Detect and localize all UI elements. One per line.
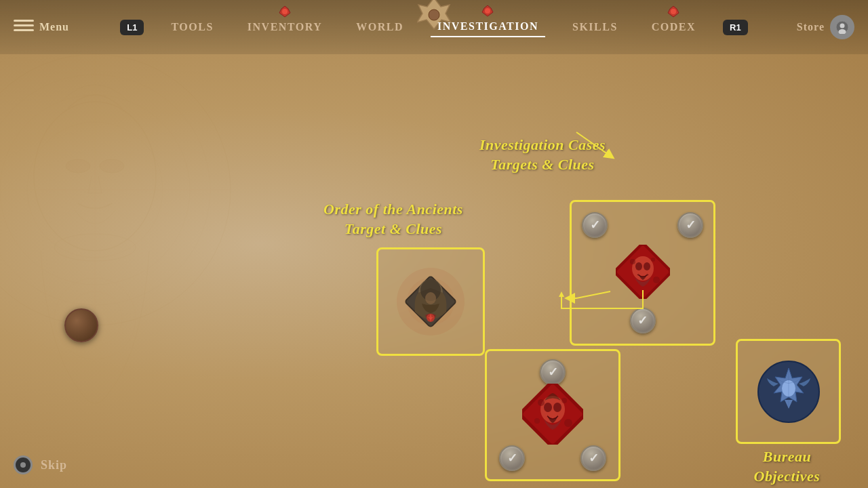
annotation-order: Order of the Ancients Target & Clues xyxy=(298,200,488,239)
svg-point-34 xyxy=(425,292,436,304)
skip-label[interactable]: Skip xyxy=(41,458,67,472)
nav-item-skills[interactable]: Skills xyxy=(566,18,625,37)
nav-item-inventory[interactable]: Inventory xyxy=(241,18,329,37)
investigation-badge-icon xyxy=(481,5,494,17)
nav-items: L1 Tools Inventory World Investigation S… xyxy=(120,17,747,37)
check-button-tl[interactable]: ✓ xyxy=(582,212,608,238)
svg-point-42 xyxy=(651,258,655,262)
nav-left-section: Menu xyxy=(14,20,69,35)
card-bottom[interactable]: ✓ ✓ ✓ xyxy=(485,349,620,481)
skip-area[interactable]: Skip xyxy=(14,455,67,474)
main-content: Investigation Cases Targets & Clues Orde… xyxy=(0,54,868,488)
skip-circle-icon xyxy=(14,455,33,474)
target-face-icon-2 xyxy=(522,384,583,445)
svg-point-25 xyxy=(671,9,676,14)
nav-item-tools[interactable]: Tools xyxy=(164,18,220,37)
svg-point-39 xyxy=(635,262,642,270)
card-investigation[interactable]: ✓ ✓ ✓ xyxy=(570,200,715,346)
svg-point-21 xyxy=(282,9,288,14)
card-ancient[interactable] xyxy=(376,247,485,356)
svg-point-49 xyxy=(538,399,545,406)
assassin-creed-logo xyxy=(755,358,823,426)
nav-item-world[interactable]: World xyxy=(349,18,410,37)
check-button-tc[interactable]: ✓ xyxy=(540,359,566,385)
svg-point-23 xyxy=(485,8,490,14)
svg-point-52 xyxy=(534,418,540,424)
svg-point-40 xyxy=(644,262,650,270)
hamburger-icon xyxy=(14,20,34,35)
svg-point-48 xyxy=(553,403,561,412)
nav-label-skills: Skills xyxy=(566,18,625,37)
nav-label-investigation: Investigation xyxy=(431,17,545,37)
check-button-br[interactable]: ✓ xyxy=(580,445,606,471)
skip-dot xyxy=(20,462,26,468)
hooded-figure-icon xyxy=(393,264,468,339)
l1-button[interactable]: L1 xyxy=(120,20,144,35)
svg-point-27 xyxy=(840,24,845,28)
nav-right-section: Store xyxy=(797,15,854,39)
svg-point-43 xyxy=(653,277,660,283)
nav-label-codex: Codex xyxy=(645,18,703,37)
nav-label-tools: Tools xyxy=(164,18,220,37)
inventory-badge-icon xyxy=(279,5,291,18)
store-icon[interactable] xyxy=(830,15,854,39)
nav-label-world: World xyxy=(349,18,410,37)
check-button-bc[interactable]: ✓ xyxy=(630,308,656,333)
nav-label-inventory: Inventory xyxy=(241,18,329,37)
menu-label[interactable]: Menu xyxy=(39,21,69,33)
check-button-bl[interactable]: ✓ xyxy=(499,445,525,471)
nav-item-investigation[interactable]: Investigation xyxy=(431,17,545,37)
card-bureau[interactable] xyxy=(736,339,841,444)
r1-button[interactable]: R1 xyxy=(723,20,748,35)
svg-point-50 xyxy=(561,398,567,403)
svg-point-41 xyxy=(630,259,635,264)
store-label[interactable]: Store xyxy=(797,21,825,33)
annotation-investigation: Investigation Cases Targets & Clues xyxy=(434,136,651,174)
svg-point-47 xyxy=(544,403,552,412)
navbar: Menu L1 Tools Inventory World Investig xyxy=(0,0,868,54)
codex-badge-icon xyxy=(667,5,679,18)
annotation-bureau: Bureau Objectives xyxy=(728,447,846,486)
target-face-icon-1 xyxy=(616,245,670,299)
check-button-tr[interactable]: ✓ xyxy=(677,212,703,238)
left-circle-decoration xyxy=(64,308,98,342)
svg-point-51 xyxy=(564,419,572,427)
nav-item-codex[interactable]: Codex xyxy=(645,18,703,37)
